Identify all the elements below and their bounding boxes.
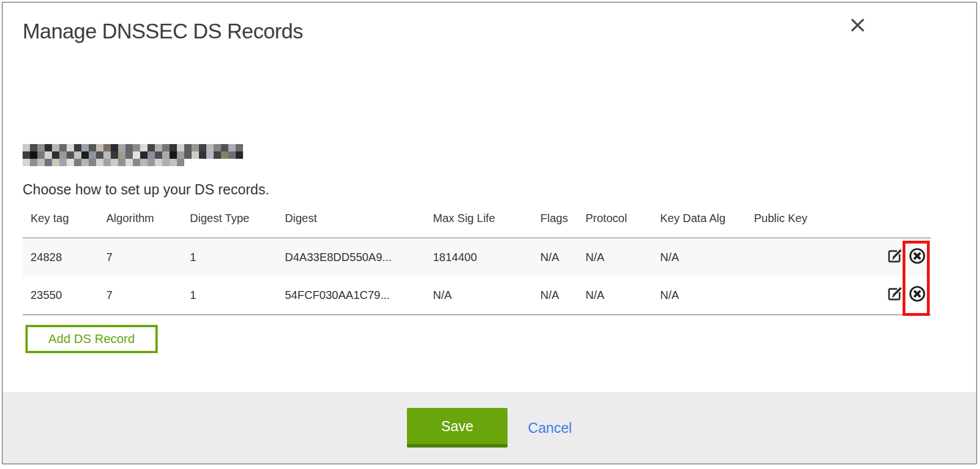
- table-header-row: Key tagAlgorithmDigest TypeDigestMax Sig…: [23, 212, 931, 238]
- cell-digest-type: 1: [182, 276, 277, 315]
- table-row: 2482871D4A33E8DD550A9...1814400N/AN/AN/A: [23, 238, 931, 276]
- edit-record-button[interactable]: [886, 285, 903, 305]
- x-circle-icon: [908, 293, 926, 305]
- row-actions: [838, 238, 931, 276]
- cell-key-data-alg: N/A: [652, 238, 746, 276]
- cell-digest: 54FCF030AA1C79...: [277, 276, 425, 315]
- column-header-flags: Flags: [532, 212, 578, 238]
- column-header-digest-type: Digest Type: [182, 212, 277, 238]
- column-header-algorithm: Algorithm: [98, 212, 182, 238]
- edit-record-button[interactable]: [886, 247, 903, 267]
- column-header-digest: Digest: [277, 212, 425, 238]
- save-button[interactable]: Save: [407, 408, 508, 448]
- edit-pencil-square-icon: [886, 292, 903, 305]
- cell-public-key: [746, 276, 838, 315]
- close-x-icon: [850, 18, 865, 35]
- column-header-key-data-alg: Key Data Alg: [652, 212, 746, 238]
- cell-flags: N/A: [532, 238, 578, 276]
- column-header-protocol: Protocol: [578, 212, 652, 238]
- manage-dnssec-modal: Manage DNSSEC DS Records Choose how to s…: [2, 2, 977, 464]
- cell-protocol: N/A: [578, 276, 652, 315]
- instruction-text: Choose how to set up your DS records.: [23, 181, 269, 198]
- modal-footer: Save Cancel: [3, 392, 976, 463]
- modal-title: Manage DNSSEC DS Records: [23, 20, 303, 44]
- cell-algorithm: 7: [98, 238, 182, 276]
- cell-protocol: N/A: [578, 238, 652, 276]
- cell-flags: N/A: [532, 276, 578, 315]
- x-circle-icon: [908, 255, 926, 267]
- cell-key-tag: 24828: [23, 238, 98, 276]
- row-actions: [838, 276, 931, 315]
- cell-key-tag: 23550: [23, 276, 98, 315]
- delete-record-button[interactable]: [908, 247, 926, 268]
- cell-max-sig-life: 1814400: [425, 238, 532, 276]
- cell-public-key: [746, 238, 838, 276]
- edit-pencil-square-icon: [886, 254, 903, 267]
- close-button[interactable]: [848, 16, 867, 36]
- cell-algorithm: 7: [98, 276, 182, 315]
- cell-max-sig-life: N/A: [425, 276, 532, 315]
- column-header-max-sig-life: Max Sig Life: [425, 212, 532, 238]
- cell-digest: D4A33E8DD550A9...: [277, 238, 425, 276]
- add-ds-record-button[interactable]: Add DS Record: [25, 325, 158, 353]
- redacted-domain-name: [23, 144, 243, 166]
- cell-digest-type: 1: [182, 238, 277, 276]
- column-header-public-key: Public Key: [746, 212, 838, 238]
- table-row: 235507154FCF030AA1C79...N/AN/AN/AN/A: [23, 276, 931, 315]
- cancel-link[interactable]: Cancel: [528, 420, 572, 436]
- column-header-key-tag: Key tag: [23, 212, 98, 238]
- ds-records-table: Key tagAlgorithmDigest TypeDigestMax Sig…: [23, 212, 931, 315]
- cell-key-data-alg: N/A: [652, 276, 746, 315]
- delete-record-button[interactable]: [908, 285, 926, 306]
